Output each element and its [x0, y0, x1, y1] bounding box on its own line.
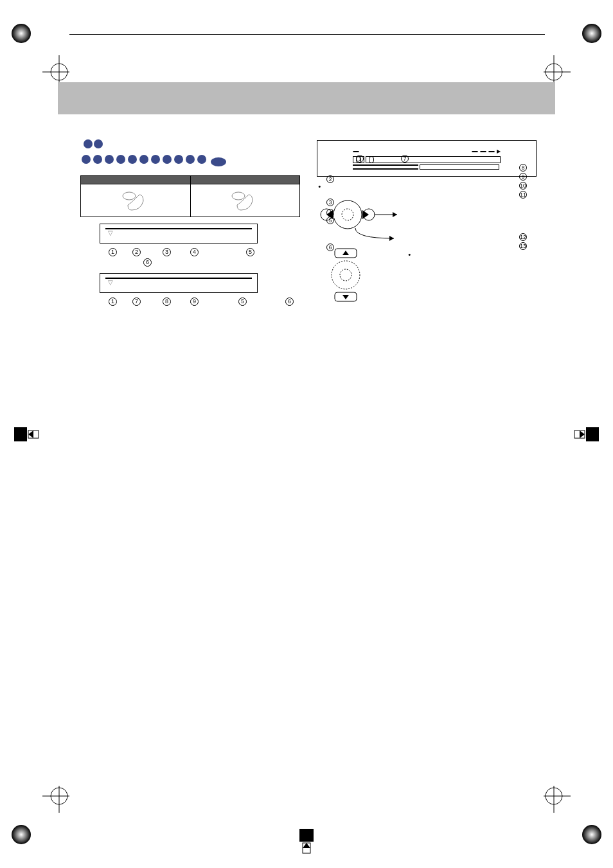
side-mark-icon: [14, 427, 40, 441]
svg-marker-37: [342, 251, 349, 255]
scroll-down-icon: ▽: [108, 279, 252, 286]
callout-row: 178956: [109, 296, 300, 306]
press-button-icon: [231, 190, 259, 213]
move-row-1: [317, 199, 537, 231]
file-list: [420, 164, 499, 170]
svg-point-39: [340, 269, 351, 281]
source-badge: [353, 151, 359, 152]
side-mark-icon: [299, 829, 314, 855]
svg-rect-22: [299, 829, 314, 842]
svg-point-3: [582, 825, 601, 844]
random-badge: [472, 151, 478, 152]
svg-marker-35: [389, 236, 394, 241]
group-list: [353, 164, 418, 166]
select-bullet: •: [407, 250, 537, 260]
remote-only-badge: [211, 157, 226, 166]
reg-mark-icon: [10, 824, 32, 846]
reg-mark-icon: [10, 22, 32, 44]
av-example-box: 1 7 8 9 10 2 11 3 4 5 12 13 6: [317, 140, 537, 177]
right-column: 1 7 8 9 10 2 11 3 4 5 12 13 6: [317, 136, 537, 314]
svg-point-0: [12, 24, 31, 43]
callout-row: 123456: [109, 246, 300, 267]
play-icon: ▶: [497, 148, 501, 154]
scroll-down-icon: ▽: [108, 229, 252, 236]
bullet-decor: [83, 139, 103, 151]
svg-rect-19: [586, 427, 599, 441]
arrow-down-right-icon: [317, 227, 400, 244]
menu-cell: [190, 184, 300, 217]
av-ui: ▶: [353, 148, 501, 170]
table-header: [81, 176, 191, 184]
track-info: [353, 168, 418, 170]
svg-point-25: [123, 192, 136, 200]
group-cell: [353, 156, 364, 163]
svg-marker-41: [342, 295, 349, 299]
time-badge: [488, 151, 495, 152]
svg-point-28: [342, 209, 353, 220]
side-mark-icon: [573, 427, 599, 441]
left-column: ▽ 123456 ▽ 178956: [80, 136, 300, 314]
original-program-screen: ▽: [100, 224, 258, 244]
book-header: [69, 31, 545, 35]
repeat-badge: [480, 151, 486, 152]
press-button-icon: [121, 190, 150, 213]
bullet-note: •: [317, 182, 537, 192]
move-row-2: [317, 227, 537, 244]
select-playback-table: [80, 175, 300, 217]
reg-mark-icon: [581, 824, 603, 846]
reg-mark-icon: [581, 22, 603, 44]
track-cell: [366, 156, 501, 163]
svg-point-2: [12, 825, 31, 844]
table-header: [190, 176, 300, 184]
cursor-updown-icon: [317, 247, 400, 303]
svg-marker-21: [580, 430, 585, 438]
playlist-screen: ▽: [100, 273, 258, 293]
color-band: [58, 82, 555, 114]
top-menu-cell: [81, 184, 191, 217]
svg-point-38: [332, 261, 360, 289]
svg-marker-18: [28, 430, 33, 438]
svg-point-1: [582, 24, 601, 43]
svg-rect-16: [14, 427, 27, 441]
crop-mark-icon: [544, 786, 571, 813]
crop-mark-icon: [42, 55, 69, 82]
svg-point-26: [232, 192, 245, 200]
crop-mark-icon: [42, 786, 69, 813]
svg-marker-34: [393, 212, 397, 217]
crop-mark-icon: [544, 55, 571, 82]
select-item-row: •: [317, 247, 537, 303]
svg-marker-24: [303, 843, 310, 848]
bullet-decor-row: [80, 155, 300, 166]
